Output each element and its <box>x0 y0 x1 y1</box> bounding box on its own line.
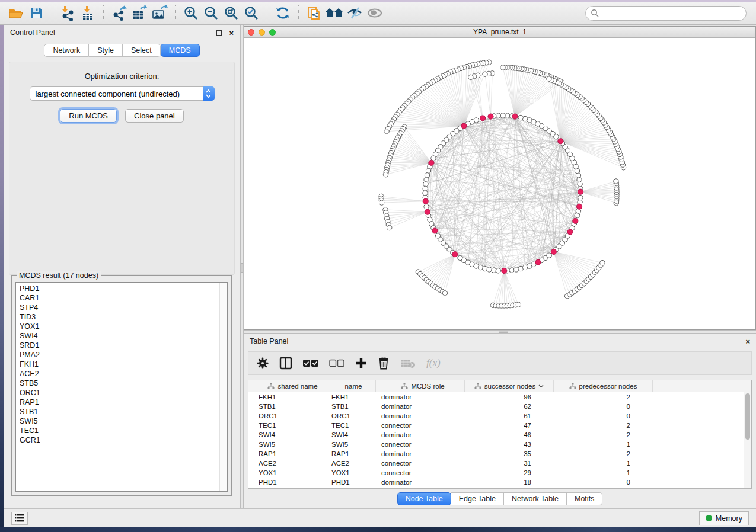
table-scrollbar[interactable] <box>744 392 751 488</box>
mcds-result-item[interactable]: STB1 <box>20 407 227 416</box>
float-panel-icon[interactable] <box>216 30 222 36</box>
close-panel-button[interactable]: Close panel <box>125 109 184 123</box>
export-table-button[interactable] <box>129 4 149 23</box>
task-history-button[interactable] <box>11 512 28 525</box>
add-row-button[interactable] <box>355 357 367 369</box>
column-header-predecessor-nodes[interactable]: predecessor nodes <box>554 380 653 392</box>
tab-network[interactable]: Network <box>44 44 89 57</box>
network-window-title: YPA_prune.txt_1 <box>244 28 755 36</box>
toolbar-separator <box>52 5 52 21</box>
node-table-header: shared name name MCDS role successor nod… <box>248 380 751 392</box>
export-image-button[interactable] <box>149 4 170 23</box>
mcds-result-item[interactable]: ACE2 <box>20 369 227 379</box>
run-mcds-button[interactable]: Run MCDS <box>60 109 117 123</box>
dropdown-stepper-icon <box>203 86 215 101</box>
export-network-button[interactable] <box>109 4 129 23</box>
status-bar: Memory <box>4 508 756 527</box>
mcds-result-item[interactable]: RAP1 <box>20 398 227 407</box>
mcds-result-item[interactable]: ORC1 <box>20 388 227 398</box>
search-icon <box>591 9 599 18</box>
function-builder-button[interactable]: f(x) <box>426 357 441 369</box>
zoom-out-button[interactable] <box>201 4 221 23</box>
control-panel: Control Panel × Network Style Select MCD… <box>4 25 240 508</box>
mcds-result-item[interactable]: SRD1 <box>20 341 227 350</box>
delete-row-button[interactable] <box>378 357 390 370</box>
show-all-button[interactable] <box>365 4 385 23</box>
column-header-shared-name[interactable]: shared name <box>248 380 327 392</box>
mcds-result-item[interactable]: STB5 <box>20 379 227 388</box>
close-panel-icon[interactable]: × <box>229 29 234 37</box>
mcds-result-item[interactable]: TID3 <box>20 312 227 322</box>
control-panel-tabs: Network Style Select MCDS <box>4 44 240 57</box>
network-view-window: YPA_prune.txt_1 <box>244 26 756 330</box>
column-header-successor-nodes[interactable]: successor nodes <box>465 380 554 392</box>
toolbar-separator <box>175 5 176 21</box>
close-panel-icon[interactable]: × <box>745 338 750 345</box>
toolbar-separator <box>103 5 104 21</box>
column-namespace-icon <box>267 383 275 390</box>
mcds-result-item[interactable]: SWI5 <box>20 416 227 426</box>
table-scrollbar-thumb[interactable] <box>745 393 750 440</box>
hide-selected-button[interactable] <box>344 4 365 23</box>
table-row[interactable]: SWI4 SWI4 dominator 46 2 <box>248 430 744 440</box>
tab-style[interactable]: Style <box>89 44 123 57</box>
criterion-dropdown[interactable]: largest connected component (undirected) <box>30 86 215 101</box>
table-row[interactable]: STB1 STB1 dominator 62 0 <box>248 402 744 411</box>
tab-network-table[interactable]: Network Table <box>504 492 567 505</box>
show-columns-button[interactable] <box>279 357 292 370</box>
table-row[interactable]: PHD1 PHD1 dominator 18 0 <box>248 477 744 487</box>
table-row[interactable]: SWI5 SWI5 connector 43 1 <box>248 440 744 449</box>
column-header-name[interactable]: name <box>327 380 376 392</box>
table-row[interactable]: TEC1 TEC1 connector 47 2 <box>248 421 744 430</box>
network-from-selection-button[interactable] <box>304 4 324 23</box>
table-row[interactable]: ACE2 ACE2 connector 31 1 <box>248 459 744 468</box>
tab-select[interactable]: Select <box>123 44 161 57</box>
toolbar-separator <box>298 5 299 21</box>
desktop-wallpaper-bottom <box>0 527 756 532</box>
search-box[interactable] <box>585 6 747 21</box>
zoom-selected-button[interactable] <box>241 4 261 23</box>
first-neighbors-button[interactable] <box>324 4 344 23</box>
table-row[interactable]: RAP1 RAP1 dominator 35 2 <box>248 449 744 459</box>
mcds-result-title: MCDS result (17 nodes) <box>17 271 101 280</box>
network-window-titlebar[interactable]: YPA_prune.txt_1 <box>244 27 755 38</box>
mcds-result-item[interactable]: FKH1 <box>20 360 227 369</box>
network-graph[interactable] <box>244 38 755 329</box>
toolbar-separator <box>267 5 267 21</box>
sort-descending-icon <box>538 384 544 388</box>
zoom-in-button[interactable] <box>181 4 201 23</box>
column-header-mcds-role[interactable]: MCDS role <box>376 380 465 392</box>
mcds-result-item[interactable]: TEC1 <box>20 426 227 435</box>
mcds-result-item[interactable]: PMA2 <box>20 350 227 360</box>
memory-button[interactable]: Memory <box>699 511 749 525</box>
tab-edge-table[interactable]: Edge Table <box>451 492 504 505</box>
zoom-fit-button[interactable] <box>221 4 241 23</box>
table-row[interactable]: YOX1 YOX1 connector 29 1 <box>248 468 744 477</box>
tab-mcds[interactable]: MCDS <box>161 44 200 57</box>
import-table-button[interactable] <box>78 4 98 23</box>
network-canvas[interactable] <box>244 38 755 329</box>
delete-table-button[interactable] <box>400 358 416 368</box>
search-input[interactable] <box>599 9 741 17</box>
select-all-button[interactable] <box>303 359 318 367</box>
mcds-result-item[interactable]: SWI4 <box>20 331 227 341</box>
save-session-button[interactable] <box>26 4 46 23</box>
refresh-network-button[interactable] <box>273 4 293 23</box>
table-row[interactable]: ORC1 ORC1 dominator 61 0 <box>248 411 744 421</box>
mcds-result-item[interactable]: PHD1 <box>20 284 227 293</box>
mcds-list-scrollbar[interactable] <box>219 283 227 491</box>
table-row[interactable]: FKH1 FKH1 dominator 96 2 <box>248 392 744 402</box>
table-panel-title: Table Panel <box>250 337 288 345</box>
mcds-result-list[interactable]: PHD1CAR1STP4TID3YOX1SWI4SRD1PMA2FKH1ACE2… <box>15 282 228 492</box>
table-settings-button[interactable] <box>257 357 269 369</box>
import-network-button[interactable] <box>58 4 78 23</box>
mcds-result-item[interactable]: YOX1 <box>20 322 227 331</box>
tab-motifs[interactable]: Motifs <box>567 492 602 505</box>
float-panel-icon[interactable] <box>733 339 738 344</box>
mcds-result-item[interactable]: CAR1 <box>20 293 227 303</box>
mcds-result-item[interactable]: STP4 <box>20 303 227 312</box>
deselect-all-button[interactable] <box>329 359 344 367</box>
mcds-result-item[interactable]: GCR1 <box>20 435 227 445</box>
open-file-button[interactable] <box>6 4 26 23</box>
tab-node-table[interactable]: Node Table <box>397 492 451 505</box>
